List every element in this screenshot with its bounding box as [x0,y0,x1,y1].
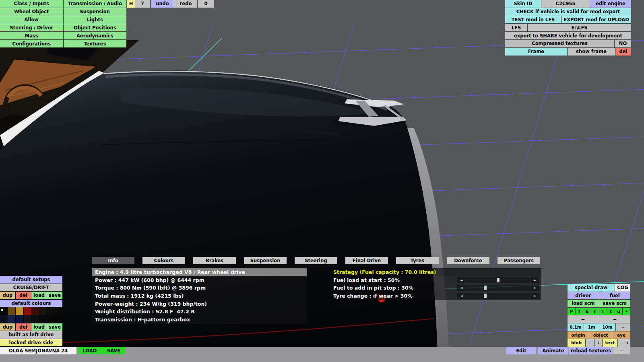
load-scm-button[interactable]: load scm [568,300,599,307]
setup-name-button[interactable]: CRUISE/DRIFT [0,284,62,292]
setup-del-button[interactable]: del [16,292,31,299]
setup-load-button[interactable]: load [31,292,47,299]
slider-track[interactable] [466,277,530,283]
colour-swatch[interactable] [39,315,47,323]
slider-decrease-button[interactable]: ◄ [457,285,466,291]
lfs-path[interactable]: E:\LFS [528,24,631,31]
layer-l-toggle[interactable]: l [599,308,607,315]
slider-increase-button[interactable]: ► [530,285,539,291]
zero-button[interactable]: 0 [198,0,214,8]
colour-swatch[interactable] [39,307,47,315]
locked-drive-side-button[interactable]: locked drive side [0,339,62,347]
tab-steering[interactable]: Steering [295,257,337,264]
setup-dup-button[interactable]: dup [0,292,15,299]
colours-dup-button[interactable]: dup [0,323,15,331]
skin-id-button[interactable]: Skin ID [505,0,541,8]
skin-id-value[interactable]: C2C955 [541,0,590,8]
layer-u-toggle[interactable]: u [615,308,623,315]
export-upload-button[interactable]: EXPORT mod for UPLOAD [561,16,631,24]
colour-swatch[interactable] [8,307,16,315]
blob-button[interactable]: blob [568,339,585,347]
cog-button[interactable]: COG [615,284,630,292]
compressed-toggle-button[interactable]: NO [615,40,631,47]
colour-swatch[interactable] [31,307,39,315]
grid-10m-button[interactable]: 10m [599,323,615,331]
eye-button[interactable]: eye [612,331,630,339]
undo-button[interactable]: undo [151,0,174,8]
special-draw-button[interactable]: special draw [568,284,615,292]
fuel-button[interactable]: fuel [599,292,631,300]
check-valid-button[interactable]: CHECK if vehicle is valid for mod export [505,8,631,16]
colour-swatch[interactable] [31,315,39,323]
pit-fuel-slider[interactable]: ◄ ► [457,285,539,291]
slider-decrease-button[interactable]: ◄ [457,277,466,283]
tab-brakes[interactable]: Brakes [193,257,236,264]
reload-textures-button[interactable]: reload textures [569,347,613,354]
default-colours-button[interactable]: default colours [0,300,62,307]
object-button[interactable]: object [589,331,612,339]
colour-swatch[interactable] [0,307,8,315]
show-frame-button[interactable]: show frame [568,48,615,56]
animate-mode-button[interactable]: Animate [538,347,568,354]
text-plus-button[interactable]: + [625,339,630,347]
grid-dash-button[interactable]: − [616,323,630,331]
menu-class-inputs[interactable]: Class / Inputs [0,0,63,8]
menu-aerodynamics[interactable]: Aerodynamics [64,32,127,39]
save-vehicle-button[interactable]: SAVE [102,347,125,354]
vehicle-name-button[interactable]: OLGA SEMJONAVNA 24 [0,347,76,354]
slider-thumb[interactable] [497,278,500,282]
driver-button[interactable]: driver [568,292,599,300]
tab-info[interactable]: Info [92,257,134,264]
slider-track[interactable] [466,293,530,299]
tab-final-drive[interactable]: Final Drive [345,257,388,264]
edit-mode-button[interactable]: Edit [506,347,536,354]
colours-del-button[interactable]: del [16,323,31,331]
layer-t-toggle[interactable]: t [607,308,615,315]
colour-swatch[interactable] [47,315,55,323]
menu-steering-driver[interactable]: Steering / Driver [0,24,63,32]
load-vehicle-button[interactable]: LOAD [78,347,102,354]
menu-configurations[interactable]: Configurations [0,40,63,47]
tab-colours[interactable]: Colours [142,257,185,264]
history-count[interactable]: 7 [135,0,150,8]
text-button[interactable]: text [603,339,617,347]
frame-button[interactable]: Frame [505,48,567,56]
colour-swatch[interactable] [24,307,31,315]
lfs-button[interactable]: LFS [505,24,527,31]
fuel-load-slider[interactable]: ◄ ► [457,277,539,283]
grid-1m-button[interactable]: 1m [584,323,599,331]
colour-swatch[interactable] [16,315,23,323]
colour-swatch[interactable] [47,307,55,315]
colour-swatch[interactable] [55,315,63,323]
slider-increase-button[interactable]: ► [530,277,539,283]
built-left-drive-button[interactable]: built as left drive [0,331,62,339]
layer-f-toggle[interactable]: f [576,308,583,315]
colour-swatch[interactable] [8,315,16,323]
test-mod-button[interactable]: TEST mod in LFS [505,16,561,24]
slider-increase-button[interactable]: ► [530,293,539,299]
save-scm-button[interactable]: save scm [599,300,631,307]
menu-mass[interactable]: Mass [0,32,63,39]
colour-swatch[interactable] [16,307,23,315]
menu-textures[interactable]: Textures [64,40,127,47]
slider-track[interactable] [466,285,530,291]
colours-load-button[interactable]: load [31,323,47,331]
share-vehicle-button[interactable]: export to SHARE vehicle for development [505,32,631,39]
tab-downforce[interactable]: Downforce [447,257,489,264]
colour-swatch[interactable] [0,315,8,323]
menu-object-positions[interactable]: Object Positions [64,24,127,32]
layer-r-toggle[interactable]: r [591,308,599,315]
menu-suspension[interactable]: Suspension [64,8,127,16]
menu-wheel-object[interactable]: Wheel Object [0,8,63,16]
colours-save-button[interactable]: save [47,323,62,331]
layer-p-toggle[interactable]: P [568,308,575,315]
origin-button[interactable]: origin [568,331,589,339]
dash-left-button[interactable]: − [568,315,599,323]
slider-decrease-button[interactable]: ◄ [457,293,466,299]
dash-right-button[interactable]: − [599,315,631,323]
tab-suspension[interactable]: Suspension [244,257,287,264]
blob-minus-button[interactable]: − [586,339,594,347]
menu-lights[interactable]: Lights [64,16,127,24]
blob-plus-button[interactable]: + [594,339,602,347]
grid-0-1m-button[interactable]: 0.1m [568,323,584,331]
